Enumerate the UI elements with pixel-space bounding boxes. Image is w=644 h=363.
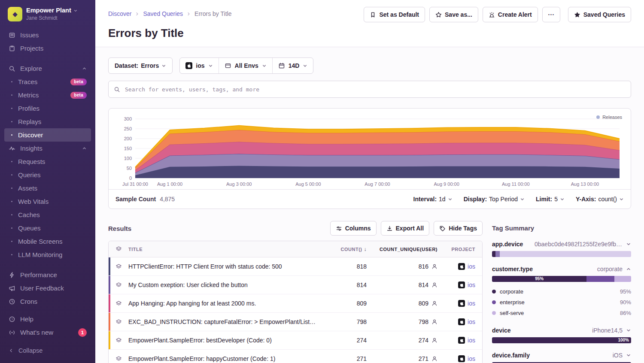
y-axis-selector[interactable]: Y-Axis: count() <box>576 196 624 203</box>
issue-title[interactable]: EmpowerPlant.SampleError: bestDeveloper … <box>128 337 324 344</box>
sidebar-item-profiles[interactable]: Profiles <box>4 102 91 115</box>
tag-legend: corporate 95% enterprise 90% self-serve … <box>492 286 631 318</box>
chevron-up-icon[interactable] <box>82 146 87 151</box>
more-options-button[interactable]: ⋯ <box>542 7 560 22</box>
breadcrumb-saved-queries[interactable]: Saved Queries <box>143 10 183 17</box>
sidebar-item-help[interactable]: ? Help <box>4 312 91 326</box>
environment-filter[interactable]: All Envs <box>219 58 272 73</box>
table-row[interactable]: EmpowerPlant.SampleError: bestDeveloper … <box>109 331 482 350</box>
sidebar-item-queues[interactable]: Queues <box>4 221 91 235</box>
bullet-icon <box>11 201 12 202</box>
chevron-up-icon[interactable] <box>626 266 631 272</box>
layers-icon <box>109 319 128 325</box>
svg-text:300: 300 <box>124 116 132 121</box>
table-row[interactable]: My Custom exeption: User clicked the but… <box>109 276 482 294</box>
project-link[interactable]: ios <box>468 355 475 362</box>
beta-badge: beta <box>70 79 87 85</box>
project-link[interactable]: ios <box>468 263 475 270</box>
project-link[interactable]: ios <box>468 281 475 288</box>
project-link[interactable]: ios <box>468 318 475 325</box>
beta-badge: beta <box>70 92 87 99</box>
svg-text:200: 200 <box>124 136 132 141</box>
export-all-button[interactable]: Export All <box>381 221 430 236</box>
sidebar-item-user-feedback[interactable]: User Feedback <box>4 281 91 295</box>
sidebar-collapse-button[interactable]: Collapse <box>4 344 91 357</box>
project-link[interactable]: ios <box>468 300 475 307</box>
chevron-down-icon[interactable] <box>626 353 631 358</box>
display-selector[interactable]: Display: Top Period <box>464 196 525 203</box>
layers-icon <box>109 300 128 307</box>
sidebar-item-projects[interactable]: Projects <box>4 42 91 55</box>
sidebar-item-crons[interactable]: Crons <box>4 295 91 308</box>
projects-icon <box>9 45 15 52</box>
search-input[interactable] <box>124 86 626 93</box>
series-color-strip <box>109 276 110 294</box>
table-row[interactable]: EmpowerPlant.SampleError: happyCustomer … <box>109 350 482 363</box>
chevron-up-icon[interactable] <box>82 66 87 71</box>
tag-distribution-bar[interactable] <box>492 251 631 257</box>
svg-text:Aug 1 00:00: Aug 1 00:00 <box>157 182 182 187</box>
sidebar-item-caches[interactable]: Caches <box>4 208 91 221</box>
saved-queries-button[interactable]: Saved Queries <box>568 7 631 22</box>
project-link[interactable]: ios <box>468 337 475 344</box>
sidebar-group-insights[interactable]: Insights <box>4 142 91 155</box>
tag-legend-row[interactable]: corporate 95% <box>492 286 631 297</box>
sidebar-item-discover[interactable]: Discover <box>4 128 91 142</box>
sidebar-item-requests[interactable]: Requests <box>4 155 91 168</box>
dataset-selector[interactable]: Dataset: Errors <box>108 57 173 74</box>
sidebar-item-metrics[interactable]: Metrics beta <box>4 88 91 102</box>
tag-legend-row[interactable]: self-serve 86% <box>492 308 631 318</box>
search-icon <box>114 86 120 93</box>
sample-count-value: 4,875 <box>160 196 175 203</box>
table-row[interactable]: HTTPClientError: HTTP Client Error with … <box>109 257 482 276</box>
columns-button[interactable]: Columns <box>330 221 377 236</box>
layers-icon <box>109 337 128 344</box>
save-as-button[interactable]: Save as... <box>429 7 478 22</box>
sidebar-item-issues[interactable]: Issues <box>4 28 91 42</box>
sidebar-item-whats-new[interactable]: What's new 1 <box>4 326 91 339</box>
interval-selector[interactable]: Interval: 1d <box>413 196 453 203</box>
sidebar-item-web-vitals[interactable]: Web Vitals <box>4 195 91 208</box>
issue-title[interactable]: EXC_BAD_INSTRUCTION: captureFatalError: … <box>128 318 324 325</box>
column-header-count[interactable]: COUNT() ↓ <box>324 246 367 252</box>
sidebar-item-assets[interactable]: Assets <box>4 182 91 195</box>
create-alert-button[interactable]: Create Alert <box>483 7 538 22</box>
table-row[interactable]: EXC_BAD_INSTRUCTION: captureFatalError: … <box>109 313 482 331</box>
breadcrumb-discover[interactable]: Discover <box>108 10 131 17</box>
table-header-row: TITLE COUNT() ↓ COUNT_UNIQUE(USER) PROJE… <box>109 241 482 257</box>
chevron-down-icon[interactable] <box>626 328 631 333</box>
limit-selector[interactable]: Limit: 5 <box>536 196 565 203</box>
issue-title[interactable]: My Custom exeption: User clicked the but… <box>128 281 324 288</box>
issue-title[interactable]: EmpowerPlant.SampleError: happyCustomer … <box>128 355 324 362</box>
date-range-filter[interactable]: 14D <box>272 58 313 73</box>
page-title: Errors by Title <box>108 27 631 40</box>
tag-distribution-bar[interactable]: 95% <box>492 276 631 282</box>
chevron-right-icon <box>135 12 140 16</box>
sidebar-item-performance[interactable]: Performance <box>4 268 91 281</box>
sidebar-item-mobile-screens[interactable]: Mobile Screens <box>4 235 91 248</box>
column-header-title[interactable]: TITLE <box>128 247 324 252</box>
sidebar-item-replays[interactable]: Replays <box>4 115 91 128</box>
tag-distribution-bar[interactable]: 100% <box>492 337 631 343</box>
set-as-default-button[interactable]: Set as Default <box>364 7 425 22</box>
column-header-count-unique[interactable]: COUNT_UNIQUE(USER) <box>367 247 437 252</box>
chevron-down-icon[interactable] <box>626 242 631 247</box>
errors-stacked-area-chart[interactable]: 050100150200250300Jul 31 00:00Aug 1 00:0… <box>115 113 624 189</box>
tag-item-app-device: app.device 0baebc0de4982f1255f2e9e9fb7… <box>492 241 631 257</box>
hide-tags-button[interactable]: Hide Tags <box>434 221 483 236</box>
issue-title[interactable]: App Hanging: App hanging for at least 20… <box>128 300 324 307</box>
sidebar-group-explore[interactable]: Explore <box>4 62 91 75</box>
column-header-project[interactable]: PROJECT <box>437 247 482 252</box>
sidebar-item-traces[interactable]: Traces beta <box>4 75 91 88</box>
project-filter[interactable]: ios <box>180 58 218 73</box>
org-switcher[interactable]: ◆ Empower Plant Jane Schmidt <box>4 5 91 28</box>
download-icon <box>386 225 393 232</box>
siren-icon <box>489 12 495 18</box>
issue-title[interactable]: HTTPClientError: HTTP Client Error with … <box>128 263 324 270</box>
releases-legend[interactable]: Releases <box>596 115 622 120</box>
count-value: 798 <box>324 318 367 325</box>
sidebar-item-llm-monitoring[interactable]: LLM Monitoring <box>4 248 91 261</box>
sidebar-item-queries[interactable]: Queries <box>4 168 91 182</box>
tag-legend-row[interactable]: enterprise 90% <box>492 297 631 308</box>
table-row[interactable]: App Hanging: App hanging for at least 20… <box>109 294 482 313</box>
